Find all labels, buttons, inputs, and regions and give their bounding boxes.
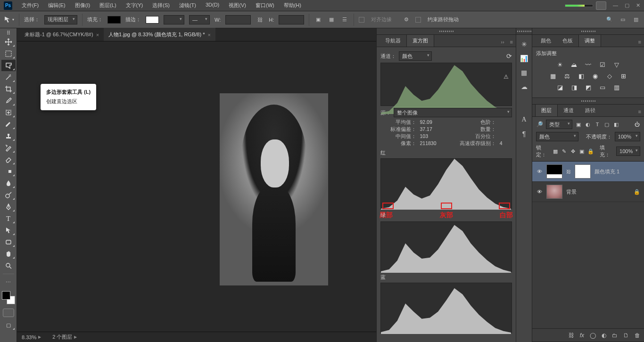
fill-opacity-dropdown[interactable]: 100% — [616, 147, 640, 156]
layer-row[interactable]: 👁 背景 🔒 — [532, 182, 644, 202]
channel-mixer-icon[interactable]: ◇ — [605, 72, 614, 80]
gear-icon[interactable]: ⚙ — [402, 16, 411, 24]
document-tab[interactable]: 未标题-1 @ 66.7%(CMYK/8#) × — [20, 28, 104, 41]
menu-item[interactable]: 滤镜(T) — [174, 0, 201, 10]
panel-grip[interactable] — [532, 28, 644, 35]
channels-tab[interactable]: 通道 — [558, 105, 579, 116]
levels-icon[interactable]: ⛰ — [570, 61, 579, 68]
menu-item[interactable]: 编辑(E) — [43, 0, 70, 10]
lock-icon[interactable]: 🔒 — [634, 189, 640, 195]
layer-thumb[interactable] — [546, 185, 562, 199]
lock-pixels-icon[interactable]: ▩ — [553, 148, 558, 155]
filter-toggle-icon[interactable]: ⏻ — [634, 121, 640, 128]
path-ops-icon[interactable]: ▣ — [314, 16, 322, 24]
swatches-tab[interactable]: 色板 — [557, 35, 578, 47]
zoom-tool[interactable] — [1, 260, 16, 271]
shape-tool[interactable] — [1, 236, 16, 248]
link-icon[interactable]: ⛓ — [566, 169, 571, 174]
menu-item[interactable]: 3D(D) — [201, 0, 224, 10]
close-tab-icon[interactable]: × — [207, 32, 210, 38]
refresh-icon[interactable]: ⟳ — [506, 52, 512, 60]
healing-tool[interactable] — [1, 107, 16, 118]
bw-icon[interactable]: ◧ — [577, 72, 586, 80]
channel-dropdown[interactable]: 颜色 — [399, 51, 432, 61]
grid-view-icon[interactable]: ▥ — [632, 16, 640, 24]
menu-item[interactable]: 窗口(W) — [251, 0, 279, 10]
source-dropdown[interactable]: 整个图像 — [394, 108, 512, 117]
grip-icon[interactable]: ⠿ — [1, 30, 16, 36]
link-wh-icon[interactable]: ⛓ — [256, 16, 264, 24]
panel-menu-icon[interactable]: ≡ — [507, 37, 516, 47]
fill-swatch[interactable] — [107, 16, 121, 24]
type-tool[interactable]: T — [1, 213, 16, 224]
align-edges-checkbox[interactable] — [359, 17, 364, 23]
link-layers-icon[interactable]: ⛓ — [569, 332, 574, 339]
lock-paint-icon[interactable]: ✎ — [561, 148, 567, 155]
compass-icon[interactable]: ✳ — [520, 40, 529, 49]
swatches-icon[interactable]: ▦ — [520, 68, 529, 77]
filter-type-icon[interactable]: T — [594, 121, 601, 128]
lasso-tool[interactable] — [1, 60, 16, 71]
magic-wand-tool[interactable] — [1, 72, 16, 83]
vibrance-icon[interactable]: ▽ — [612, 61, 621, 68]
layer-row[interactable]: 👁 ⛓ 颜色填充 1 — [532, 162, 644, 182]
canvas[interactable]: 多边形套索工具 (L) 创建直边选区 — [17, 41, 376, 332]
marquee-tool[interactable] — [1, 48, 16, 59]
workspace-switcher[interactable] — [596, 1, 606, 10]
new-layer-icon[interactable]: 🗋 — [623, 332, 629, 339]
libraries-icon[interactable]: ☁ — [520, 82, 529, 91]
arrange-icon[interactable]: ☰ — [340, 16, 349, 24]
layer-name[interactable]: 背景 — [566, 188, 630, 195]
eyedropper-tool[interactable] — [1, 95, 16, 106]
trash-icon[interactable]: 🗑 — [635, 332, 640, 339]
chevron-right-icon[interactable]: ▶ — [74, 335, 77, 339]
filter-adjust-icon[interactable]: ◐ — [585, 121, 591, 128]
pen-tool[interactable] — [1, 201, 16, 212]
layers-tab[interactable]: 图层 — [535, 105, 558, 116]
gradmap-icon[interactable]: ▭ — [598, 83, 607, 91]
collapse-panel-icon[interactable]: ›› — [498, 37, 507, 47]
select-target-dropdown[interactable]: 现用图层 — [44, 15, 77, 24]
hand-tool[interactable] — [1, 248, 16, 260]
crop-tool[interactable] — [1, 83, 16, 95]
adjustments-tab[interactable]: 调整 — [578, 35, 601, 47]
maximize-icon[interactable]: ▢ — [625, 2, 629, 8]
quickmask-toggle[interactable] — [3, 309, 14, 317]
constrain-checkbox[interactable] — [415, 17, 421, 23]
lock-all-icon[interactable]: 🔒 — [587, 148, 594, 155]
color-tab[interactable]: 颜色 — [535, 35, 557, 47]
close-icon[interactable]: ✕ — [636, 2, 640, 8]
chevron-right-icon[interactable]: ▶ — [38, 335, 41, 339]
brightness-icon[interactable]: ☀ — [555, 61, 565, 68]
panel-grip[interactable] — [516, 28, 532, 35]
warning-icon[interactable]: ⚠ — [504, 73, 509, 80]
current-tool-icon[interactable]: ▾ — [4, 15, 14, 25]
filter-kind-dropdown[interactable]: 类型 — [546, 120, 572, 129]
gradient-tool[interactable] — [1, 166, 16, 177]
fx-icon[interactable]: fx — [580, 332, 584, 339]
stroke-width-dropdown[interactable] — [164, 15, 184, 24]
mask-thumb[interactable] — [575, 164, 591, 179]
blur-tool[interactable] — [1, 178, 16, 189]
height-input[interactable] — [279, 15, 304, 24]
visibility-icon[interactable]: 👁 — [536, 169, 543, 174]
group-icon[interactable]: 🗀 — [612, 332, 618, 339]
navigator-tab[interactable]: 导航器 — [380, 35, 406, 47]
lock-pos-icon[interactable]: ✥ — [570, 148, 576, 155]
curves-icon[interactable]: 〰 — [584, 61, 593, 68]
path-select-tool[interactable] — [1, 225, 16, 236]
menu-item[interactable]: 视图(V) — [224, 0, 251, 10]
stamp-tool[interactable] — [1, 130, 16, 142]
close-tab-icon[interactable]: × — [96, 32, 99, 38]
histogram-tab[interactable]: 直方图 — [406, 35, 434, 47]
panel-menu-icon[interactable]: ≡ — [636, 107, 644, 116]
align-icon[interactable]: ▦ — [327, 16, 336, 24]
exposure-icon[interactable]: ☑ — [598, 61, 607, 68]
visibility-icon[interactable]: 👁 — [536, 189, 543, 195]
document-tab[interactable]: 人物1.jpg @ 8.33% (颜色填充 1, RGB/8) * × — [104, 28, 215, 41]
stroke-swatch[interactable] — [146, 16, 159, 24]
filter-smart-icon[interactable]: ◧ — [613, 121, 619, 128]
menu-item[interactable]: 文字(Y) — [121, 0, 148, 10]
stroke-style-dropdown[interactable]: — — [189, 15, 210, 24]
history-brush-tool[interactable] — [1, 142, 16, 154]
